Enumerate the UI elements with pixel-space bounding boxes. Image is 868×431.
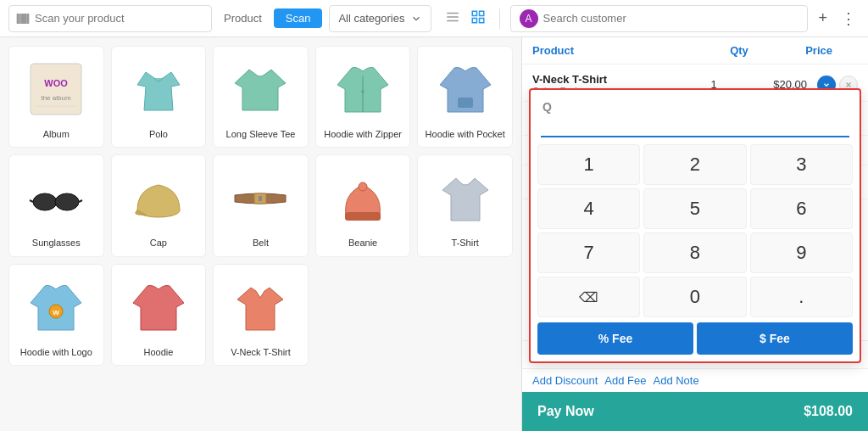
svg-text:W: W [53,309,60,316]
product-name: Belt [253,237,269,249]
col-qty: Qty [714,44,765,57]
add-fee-button[interactable]: Add Fee [604,374,646,387]
product-image [329,164,397,232]
list-item[interactable]: T-Shirt [417,154,513,256]
dollar-fee-button[interactable]: $ Fee [697,322,853,355]
product-name: Cap [150,237,167,249]
product-name: V-Neck T-Shirt [231,346,291,358]
customer-search-bar: A [510,5,809,32]
category-dropdown[interactable]: All categories [329,5,431,32]
product-name: Album [43,128,70,140]
svg-point-18 [361,90,364,93]
product-name: Hoodie [143,346,173,358]
product-image [125,273,192,341]
list-item[interactable]: V-Neck T-Shirt [213,264,309,366]
list-item[interactable]: Belt [213,154,309,256]
category-label: All categories [338,12,404,25]
list-item[interactable]: W Hoodie with Logo [8,264,104,366]
list-view-button[interactable] [442,6,464,31]
svg-rect-2 [21,14,22,23]
pay-total: $108.00 [804,404,853,419]
scan-button[interactable]: Scan [274,8,323,28]
numpad-overlay: Q 1 2 3 4 5 6 7 8 9 ⌫ 0 . % Fee $ Fee [529,88,861,363]
numpad-3[interactable]: 3 [750,144,853,185]
numpad-5[interactable]: 5 [643,188,746,229]
product-image [431,164,499,232]
list-item[interactable]: Sunglasses [8,154,104,256]
scan-input[interactable] [35,12,204,25]
product-image [22,164,90,232]
list-item[interactable]: WOOthe album Album [8,46,104,148]
svg-rect-27 [259,196,262,201]
product-name: Hoodie with Logo [20,346,92,358]
svg-rect-4 [25,14,26,23]
col-price: Price [765,44,832,57]
main-content: WOOthe album Album Polo Long Sleeve Tee … [0,37,868,431]
numpad-7[interactable]: 7 [537,232,640,273]
product-image [226,55,294,123]
numpad-0[interactable]: 0 [643,277,746,317]
percent-fee-button[interactable]: % Fee [537,322,693,355]
customer-input[interactable] [543,12,799,25]
svg-rect-28 [345,212,381,221]
product-image: WOOthe album [22,55,90,123]
numpad-display [541,120,849,137]
close-icon [844,81,853,89]
numpad-4[interactable]: 4 [537,188,640,229]
svg-line-24 [79,200,82,202]
add-discount-button[interactable]: Add Discount [532,374,598,387]
barcode-icon [16,12,30,25]
scan-bar [8,5,212,32]
add-customer-button[interactable]: + [815,9,831,27]
svg-rect-13 [31,64,81,115]
order-panel: Product Qty Price V-Neck T-Shirt Color: … [521,37,868,431]
order-header: Product Qty Price [522,37,868,64]
pay-label: Pay Now [537,404,594,419]
list-item[interactable]: Polo [111,46,207,148]
svg-rect-11 [472,19,476,23]
product-name: Hoodie with Pocket [426,128,505,140]
list-item[interactable]: Hoodie with Pocket [417,46,513,148]
numpad-backspace[interactable]: ⌫ [537,277,640,317]
list-item[interactable]: Long Sleeve Tee [213,46,309,148]
item-name: V-Neck T-Shirt [532,73,688,86]
list-item[interactable]: Hoodie [111,264,207,366]
svg-rect-0 [17,14,18,23]
grid-icon [470,9,486,25]
numpad-2[interactable]: 2 [643,144,746,185]
chevron-down-icon [822,81,831,89]
list-item[interactable]: Hoodie with Zipper [315,46,411,148]
view-toggle [442,6,489,31]
product-grid: WOOthe album Album Polo Long Sleeve Tee … [0,37,521,431]
numpad-8[interactable]: 8 [643,232,746,273]
chevron-down-icon [410,13,422,25]
more-options-button[interactable]: ⋮ [837,9,860,28]
numpad-6[interactable]: 6 [750,188,853,229]
numpad-9[interactable]: 9 [750,232,853,273]
order-footer-actions: Add Discount Add Fee Add Note [522,368,868,392]
list-icon [445,9,460,25]
product-image: W [22,273,90,341]
svg-line-23 [30,200,33,202]
add-note-button[interactable]: Add Note [653,374,698,387]
product-image [226,273,294,341]
product-name: Sunglasses [32,237,81,249]
product-name: Long Sleeve Tee [226,128,296,140]
pay-now-button[interactable]: Pay Now $108.00 [522,392,868,431]
col-actions [832,44,858,57]
list-item[interactable]: Beanie [315,154,411,256]
numpad-1[interactable]: 1 [537,144,640,185]
product-image [431,55,499,123]
grid-view-button[interactable] [467,6,489,31]
product-button[interactable]: Product [219,12,267,25]
svg-rect-12 [479,19,483,23]
list-item[interactable]: Cap [111,154,207,256]
product-image [125,164,192,232]
svg-point-20 [33,193,57,210]
header-divider [499,8,500,29]
svg-rect-9 [472,11,476,15]
svg-text:the album: the album [42,94,71,102]
numpad-decimal[interactable]: . [750,277,853,317]
product-name: T-Shirt [451,237,478,249]
product-image [125,55,192,123]
